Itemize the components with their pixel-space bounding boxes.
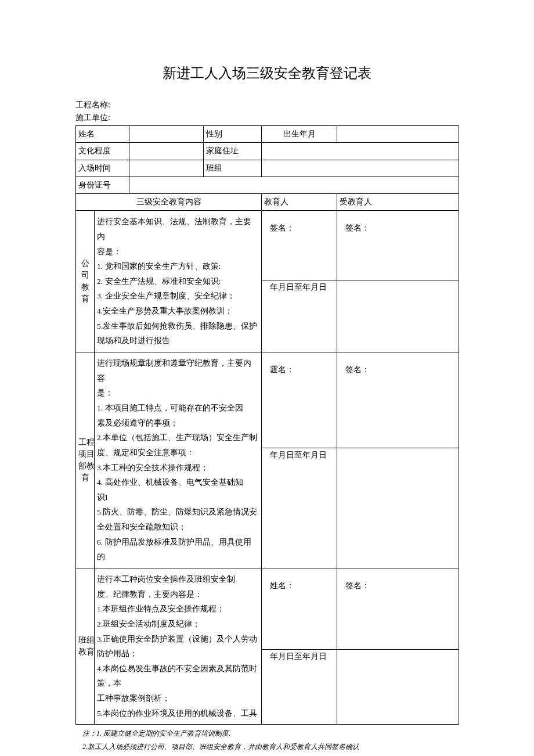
content-team: 进行本工种岗位安全操作及班组安全制 度、纪律教育，主要内容是： 1.本班组作业特… bbox=[95, 568, 262, 724]
date-team-right[interactable] bbox=[337, 649, 459, 724]
row-edu: 文化程度 家庭住址 bbox=[76, 143, 459, 160]
label-edu: 文化程度 bbox=[76, 143, 129, 160]
meta-project-name: 工程名称: bbox=[75, 100, 459, 110]
value-team[interactable] bbox=[262, 160, 459, 177]
content-project: 进行现场规章制度和遵章守纪教育，主要内容 是： 1. 本项目施工特点，可能存在的… bbox=[95, 352, 262, 568]
value-homeaddr[interactable] bbox=[262, 143, 459, 160]
row-enter: 入场时间 班组 bbox=[76, 160, 459, 177]
date-company[interactable]: 年月日至年月日 bbox=[262, 280, 337, 352]
label-name: 姓名 bbox=[76, 126, 129, 143]
sig-team-educator[interactable]: 姓名： bbox=[262, 568, 337, 649]
col-trainee-header: 受教育人 bbox=[337, 194, 459, 211]
col-content-header: 三级安全教育内容 bbox=[76, 194, 262, 211]
form-title: 新进工人入场三级安全教育登记表 bbox=[75, 64, 459, 82]
col-educator-header: 教育人 bbox=[262, 194, 337, 211]
sig-company-trainee[interactable]: 签名： bbox=[337, 211, 459, 280]
label-team: 班组 bbox=[204, 160, 262, 177]
date-project[interactable]: 年月日至年月日 bbox=[262, 448, 337, 568]
cat-project-l1: 工程 bbox=[78, 438, 95, 447]
label-idno: 身份证号 bbox=[76, 177, 129, 193]
cat-team-l1: 班组 bbox=[78, 636, 95, 645]
sig-project-educator[interactable]: 霆名： bbox=[262, 352, 337, 448]
cat-project: 工程 项目 部教 育 bbox=[76, 352, 95, 568]
sig-company-educator[interactable]: 签名： bbox=[262, 211, 337, 280]
row-team-1: 班组 教育 进行本工种岗位安全操作及班组安全制 度、纪律教育，主要内容是： 1.… bbox=[76, 568, 459, 649]
content-company: 进行安全基本知识、法规、法制教育，主要内 容是： 1. 党和国家的安全生产方针、… bbox=[95, 211, 262, 352]
cat-company-l1: 公司 bbox=[81, 259, 89, 279]
registration-table: 姓名 性别 出生年月 文化程度 家庭住址 入场时间 班组 身份证号 三级安全教育… bbox=[75, 125, 459, 725]
cat-project-l3: 部教 bbox=[78, 462, 95, 470]
cat-company-l2: 教育 bbox=[81, 283, 89, 303]
label-homeaddr: 家庭住址 bbox=[204, 143, 262, 160]
value-name[interactable] bbox=[129, 126, 204, 143]
page: 新进工人入场三级安全教育登记表 工程名称: 施工单位: 姓名 性别 出生年月 文… bbox=[0, 0, 534, 756]
label-gender: 性别 bbox=[204, 126, 262, 143]
footnote-2: 2.新工人入场必须进行公司、项目部、班组安全教育，并由教育人和受教育人共同签名确… bbox=[82, 740, 459, 754]
date-company-right[interactable] bbox=[337, 280, 459, 352]
row-project-1: 工程 项目 部教 育 进行现场规章制度和遵章守纪教育，主要内容 是： 1. 本项… bbox=[76, 352, 459, 448]
label-enterdate: 入场时间 bbox=[76, 160, 129, 177]
meta-construction-unit: 施工单位: bbox=[75, 113, 459, 123]
footnotes: 注：1. 应建立健全定期的安全生产教育培训制度. 2.新工人入场必须进行公司、项… bbox=[75, 727, 459, 754]
row-id: 身份证号 bbox=[76, 177, 459, 193]
value-birth[interactable] bbox=[337, 126, 459, 143]
cat-team-l2: 教育 bbox=[78, 647, 95, 656]
label-birth: 出生年月 bbox=[262, 126, 337, 143]
sig-team-trainee[interactable]: 签名： bbox=[337, 568, 459, 649]
cat-project-l4: 育 bbox=[81, 473, 89, 482]
date-team[interactable]: 年月日至年月日 bbox=[262, 649, 337, 724]
cat-project-l2: 项目 bbox=[78, 449, 95, 458]
value-idno[interactable] bbox=[129, 177, 459, 193]
sig-project-trainee[interactable]: 签名： bbox=[337, 352, 459, 448]
row-company-1: 公司 教育 进行安全基本知识、法规、法制教育，主要内 容是： 1. 党和国家的安… bbox=[76, 211, 459, 280]
date-project-right[interactable] bbox=[337, 448, 459, 568]
row-name: 姓名 性别 出生年月 bbox=[76, 126, 459, 143]
value-enterdate[interactable] bbox=[129, 160, 204, 177]
cat-team: 班组 教育 bbox=[76, 568, 95, 724]
value-edu[interactable] bbox=[129, 143, 204, 160]
cat-company: 公司 教育 bbox=[76, 211, 95, 352]
footnote-1: 注：1. 应建立健全定期的安全生产教育培训制度. bbox=[82, 727, 459, 740]
row-section-header: 三级安全教育内容 教育人 受教育人 bbox=[76, 194, 459, 211]
